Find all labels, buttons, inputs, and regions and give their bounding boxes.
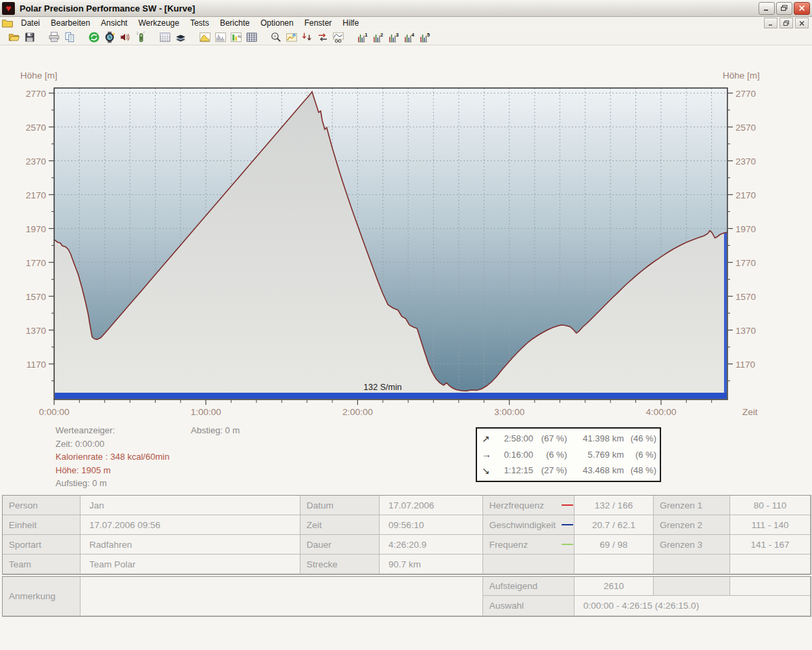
svg-text:1170: 1170 xyxy=(26,360,46,370)
watch-icon[interactable] xyxy=(102,30,116,44)
compare-icon[interactable] xyxy=(315,30,330,44)
mdi-close-button[interactable] xyxy=(795,18,809,28)
auswahl-value: 0:00:00 - 4:26:15 (4:26:15.0) xyxy=(574,596,811,616)
stats-row-flat: →0:16:00(6 %)5.769 km(6 %) xyxy=(482,447,656,463)
datum-label: Datum xyxy=(300,496,380,515)
distance-pct: (6 %) xyxy=(624,450,656,460)
kurve-window-icon[interactable] xyxy=(2,19,13,28)
data-grid-icon[interactable] xyxy=(244,30,258,44)
report-2-icon[interactable]: 2 xyxy=(371,30,385,44)
empty-label-cell xyxy=(654,577,730,596)
zoom-icon[interactable] xyxy=(269,30,283,44)
copy-icon[interactable] xyxy=(62,30,76,44)
menu-item-optionen[interactable]: Optionen xyxy=(255,18,299,28)
mdi-restore-button[interactable] xyxy=(780,18,793,28)
aufsteigend-label: Aufsteigend xyxy=(483,577,574,596)
y-axis-title-right: Höhe [m] xyxy=(723,70,760,81)
value-panel: Werteanzeiger:Zeit: 0:00:00Kalorienrate … xyxy=(55,424,169,490)
menu-item-ansicht[interactable]: Ansicht xyxy=(95,18,133,28)
mdi-minimize-button[interactable] xyxy=(764,18,777,28)
app-window: ♥ Polar Precision Performance SW - [Kurv… xyxy=(0,0,812,650)
dauer-value: 4:26:20.9 xyxy=(380,535,483,555)
open-file-icon[interactable] xyxy=(7,30,21,44)
svg-text:2170: 2170 xyxy=(26,190,46,200)
svg-text:1770: 1770 xyxy=(736,258,756,268)
hr-overlay-label: 132 S/min xyxy=(363,383,401,392)
svg-text:1570: 1570 xyxy=(736,292,756,302)
menu-bar: DateiBearbeitenAnsichtWerkzeugeTestsBeri… xyxy=(0,17,812,29)
close-button[interactable] xyxy=(794,2,810,15)
strecke-value: 90.7 km xyxy=(380,555,483,574)
distance-pct: (48 %) xyxy=(624,465,656,475)
descent-arrow-icon: ↘ xyxy=(482,465,495,476)
polar-heart-icon[interactable]: ♥ xyxy=(2,2,15,15)
abstieg-value: Abstieg: 0 m xyxy=(191,424,240,437)
svg-text:2:00:00: 2:00:00 xyxy=(342,407,373,417)
time: 2:58:00 xyxy=(495,433,533,443)
diary-icon[interactable] xyxy=(173,30,187,44)
svg-text:2170: 2170 xyxy=(736,190,756,200)
calendar-icon[interactable] xyxy=(158,30,172,44)
title-bar: ♥ Polar Precision Performance SW - [Kurv… xyxy=(0,0,812,17)
grenzen2-label: Grenzen 2 xyxy=(654,515,730,535)
svg-text:2770: 2770 xyxy=(736,89,756,99)
curve-icon[interactable] xyxy=(198,30,212,44)
svg-text:3: 3 xyxy=(396,32,399,38)
altitude-chart[interactable]: 132 S/min1170117013701370157015701770177… xyxy=(0,45,812,424)
zones-icon[interactable]: % xyxy=(229,30,243,44)
minimize-button[interactable] xyxy=(759,2,775,15)
grenzen3-value: 141 - 167 xyxy=(730,535,811,555)
value-panel-line: Kalorienrate : 348 kcal/60min xyxy=(55,450,169,464)
empty-value-cell xyxy=(574,555,654,574)
menu-item-werkzeuge[interactable]: Werkzeuge xyxy=(133,18,184,28)
menu-item-hilfe[interactable]: Hilfe xyxy=(337,18,364,28)
frequenz-label-text: Frequenz xyxy=(489,540,528,550)
report-1-icon[interactable]: 1 xyxy=(355,30,369,44)
distance-pct: (46 %) xyxy=(624,433,656,443)
anmerkung-label: Anmerkung xyxy=(3,577,81,616)
notes-selection-table: Anmerkung Aufsteigend 2610 Auswahl 0:00:… xyxy=(2,576,811,617)
menu-item-datei[interactable]: Datei xyxy=(16,18,45,28)
window-title: Polar Precision Performance SW - [Kurve] xyxy=(20,3,195,14)
save-icon[interactable] xyxy=(22,30,37,44)
sportart-value: Radfahren xyxy=(81,535,300,555)
herzfrequenz-label: Herzfrequenz xyxy=(483,496,574,515)
toolbar: %12345 xyxy=(0,30,812,45)
menu-item-tests[interactable]: Tests xyxy=(185,18,215,28)
restore-button[interactable] xyxy=(776,2,792,15)
svg-text:1170: 1170 xyxy=(736,360,755,370)
y-axis-title-left: Höhe [m] xyxy=(20,70,58,81)
ir-remote-icon[interactable] xyxy=(133,30,148,44)
menu-item-berichte[interactable]: Berichte xyxy=(215,18,255,28)
svg-text:2370: 2370 xyxy=(736,156,756,167)
markers-icon[interactable] xyxy=(300,30,314,44)
einheit-value: 17.07.2006 09:56 xyxy=(81,515,300,535)
frequenz-legend-line xyxy=(562,544,573,545)
menu-item-fenster[interactable]: Fenster xyxy=(299,18,338,28)
svg-text:2570: 2570 xyxy=(26,123,46,133)
geschwindigkeit-legend-line xyxy=(562,524,573,525)
empty-label-cell xyxy=(483,555,574,574)
sonic-link-icon[interactable] xyxy=(118,30,132,44)
geschwindigkeit-value: 20.7 / 62.1 xyxy=(574,515,654,535)
transfer-icon[interactable] xyxy=(87,30,101,44)
ascent-arrow-icon: ↗ xyxy=(482,433,495,444)
print-icon[interactable] xyxy=(47,30,61,44)
auswahl-label: Auswahl xyxy=(483,596,574,616)
report-5-icon[interactable]: 5 xyxy=(418,30,432,44)
menu-item-bearbeiten[interactable]: Bearbeiten xyxy=(45,18,95,28)
info-chart-icon[interactable] xyxy=(284,30,298,44)
report-4-icon[interactable]: 4 xyxy=(402,30,416,44)
person-value: Jan xyxy=(81,496,300,515)
svg-text:2370: 2370 xyxy=(26,156,46,167)
overview-icon[interactable] xyxy=(331,30,345,44)
report-3-icon[interactable]: 3 xyxy=(386,30,401,44)
distribution-icon[interactable] xyxy=(213,30,227,44)
anmerkung-value[interactable] xyxy=(81,577,483,616)
herzfrequenz-label-text: Herzfrequenz xyxy=(489,500,544,511)
dauer-label: Dauer xyxy=(300,535,380,555)
heart-rate-bar xyxy=(55,393,727,399)
herzfrequenz-legend-line xyxy=(562,504,573,506)
svg-text:1:00:00: 1:00:00 xyxy=(191,407,221,417)
zeit-value: 09:56:10 xyxy=(380,515,483,535)
